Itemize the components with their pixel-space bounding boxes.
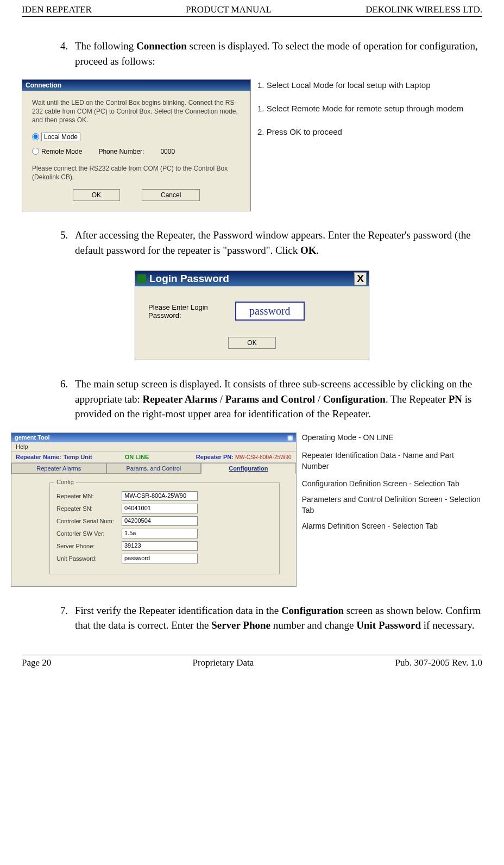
text: / xyxy=(315,393,323,405)
info-bar: Repeater Name: Temp Unit ON LINE Repeate… xyxy=(11,452,296,463)
repeater-mn-field[interactable]: MW-CSR-800A-25W90 xyxy=(122,491,198,501)
server-phone-label: Server Phone: xyxy=(56,543,116,549)
figure-connection: Connection Wait until the LED on the Con… xyxy=(22,79,482,211)
dialog-note: Please connect the RS232 cable from COM … xyxy=(32,164,241,181)
radio-label: Remote Mode xyxy=(41,148,82,155)
text: number and change xyxy=(270,619,356,631)
controller-sw-label: Contorler SW Ver: xyxy=(56,530,116,537)
ok-button[interactable]: OK xyxy=(228,337,275,349)
footer-right: Pub. 307-2005 Rev. 1.0 xyxy=(395,657,482,668)
page-footer: Page 20 Proprietary Data Pub. 307-2005 R… xyxy=(22,655,482,674)
text: . The Repeater xyxy=(386,393,449,405)
text-bold: Server Phone xyxy=(211,619,270,631)
text-bold: Configuration xyxy=(323,393,386,405)
radio-local-mode[interactable]: Local Mode xyxy=(32,133,241,141)
step-7: First verify the Repeater identification… xyxy=(71,603,482,633)
text-bold: Unit Password xyxy=(356,619,421,631)
login-prompt: Please Enter Login Password: xyxy=(148,303,224,319)
login-titlebar: Login Password X xyxy=(135,271,369,286)
callout-5: Alarms Definition Screen - Selection Tab xyxy=(302,521,482,532)
callout-4: Parameters and Control Definition Screen… xyxy=(302,494,482,516)
controller-serial-field[interactable]: 04200504 xyxy=(122,516,198,526)
text: if necessary. xyxy=(421,619,474,631)
connection-dialog: Connection Wait until the LED on the Con… xyxy=(22,79,251,211)
text-bold: OK xyxy=(300,245,317,256)
text: After accessing the Repeater, the Passwo… xyxy=(75,229,471,256)
page-header: IDEN REPEATER PRODUCT MANUAL DEKOLINK WI… xyxy=(22,0,482,17)
text: The following xyxy=(75,40,136,52)
controller-serial-label: Controler Serial Num: xyxy=(56,518,116,524)
text-bold: Configuration xyxy=(281,605,344,616)
callout-2: 1. Select Remote Mode for remote setup t… xyxy=(257,103,463,114)
text-bold: Repeater Alarms xyxy=(143,393,217,405)
group-label: Config xyxy=(54,479,76,485)
cancel-button[interactable]: Cancel xyxy=(142,189,200,201)
callout-2: Repeater Identification Data - Name and … xyxy=(302,450,482,472)
step-5: After accessing the Repeater, the Passwo… xyxy=(71,228,482,258)
text: First verify the Repeater identification… xyxy=(75,605,281,616)
tabs: Repeater Alarms Params. and Control Conf… xyxy=(11,463,296,474)
management-tool-window: gement Tool▣ Help Repeater Name: Temp Un… xyxy=(11,432,297,587)
repeater-mn-label: Repeater MN: xyxy=(56,493,116,499)
phone-value: 0000 xyxy=(160,148,175,155)
footer-center: Proprietary Data xyxy=(193,657,254,668)
tab-configuration[interactable]: Configuration xyxy=(201,463,296,474)
repeater-pn-label: Repeater PN: xyxy=(196,454,234,460)
callout-1: Operating Mode - ON LINE xyxy=(302,432,482,443)
radio-remote-mode[interactable]: Remote Mode xyxy=(32,148,82,155)
text: . xyxy=(316,245,319,256)
footer-left: Page 20 xyxy=(22,657,51,668)
text-bold: Params and Control xyxy=(225,393,315,405)
dialog-titlebar: Connection xyxy=(22,80,250,91)
step-6: The main setup screen is displayed. It c… xyxy=(71,377,482,422)
login-title: Login Password xyxy=(149,273,229,285)
controller-sw-field[interactable]: 1.5a xyxy=(122,529,198,538)
callouts: 1. Select Local Mode for local setup wit… xyxy=(257,79,463,149)
ok-button[interactable]: OK xyxy=(73,189,120,201)
phone-label: Phone Number: xyxy=(98,148,144,155)
callout-1: 1. Select Local Mode for local setup wit… xyxy=(257,79,463,91)
header-center: PRODUCT MANUAL xyxy=(186,4,272,15)
repeater-name-value: Temp Unit xyxy=(64,454,92,460)
menu-help[interactable]: Help xyxy=(11,442,296,452)
callouts: Operating Mode - ON LINE Repeater Identi… xyxy=(302,432,482,544)
figure-main-setup: gement Tool▣ Help Repeater Name: Temp Un… xyxy=(11,432,482,587)
text-bold: PN xyxy=(449,393,462,405)
online-status: ON LINE xyxy=(125,454,149,460)
unit-password-label: Unit Password: xyxy=(56,555,116,562)
password-input[interactable]: password xyxy=(235,302,305,321)
repeater-sn-label: Repeater SN: xyxy=(56,505,116,512)
server-phone-field[interactable]: 39123 xyxy=(122,541,198,551)
header-left: IDEN REPEATER xyxy=(22,4,92,15)
app-title: gement Tool xyxy=(15,434,50,441)
dialog-instructions: Wait until the LED on the Control Box be… xyxy=(32,98,241,125)
tab-params-control[interactable]: Params. and Control xyxy=(106,463,201,474)
radio-label: Local Mode xyxy=(41,133,80,141)
repeater-name-label: Repeater Name: xyxy=(16,454,61,460)
text: / xyxy=(217,393,225,405)
app-icon xyxy=(137,274,146,283)
config-group: Config Repeater MN:MW-CSR-800A-25W90 Rep… xyxy=(49,482,280,574)
repeater-pn-value: MW-CSR-800A-25W90 xyxy=(235,454,292,460)
repeater-sn-field[interactable]: 04041001 xyxy=(122,504,198,513)
step-4: The following Connection screen is displ… xyxy=(71,39,482,68)
callout-3: 2. Press OK to proceed xyxy=(257,126,463,137)
callout-3: Configuration Definition Screen - Select… xyxy=(302,479,482,490)
window-controls[interactable]: ▣ xyxy=(287,434,293,441)
close-icon[interactable]: X xyxy=(354,272,367,285)
header-right: DEKOLINK WIRELESS LTD. xyxy=(366,4,482,15)
tab-repeater-alarms[interactable]: Repeater Alarms xyxy=(11,463,106,474)
unit-password-field[interactable]: password xyxy=(122,554,198,563)
text-bold: Connection xyxy=(136,40,187,52)
figure-login: Login Password X Please Enter Login Pass… xyxy=(135,271,369,360)
